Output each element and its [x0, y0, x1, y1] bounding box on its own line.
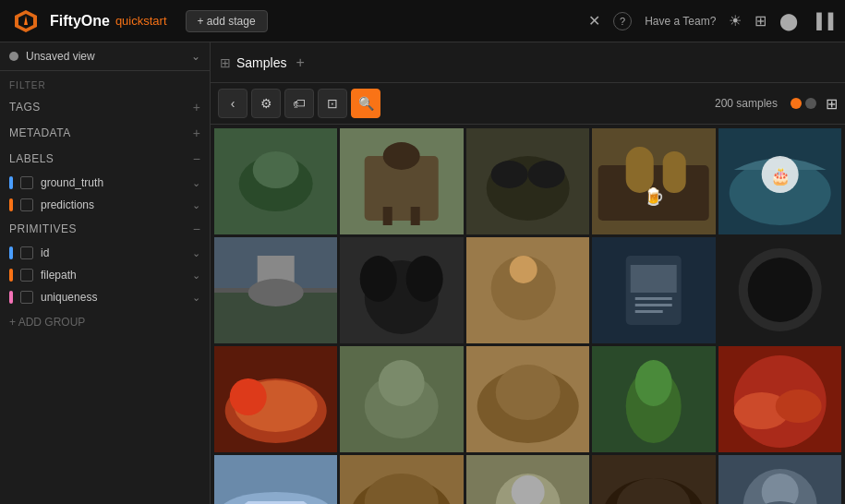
svg-rect-40: [631, 265, 677, 293]
grid-cell-20[interactable]: [718, 455, 841, 504]
add-tab-icon[interactable]: +: [296, 54, 304, 71]
grid-cell-2[interactable]: [340, 128, 463, 234]
add-group-button[interactable]: + ADD GROUP: [0, 308, 210, 336]
svg-point-63: [775, 390, 821, 423]
image-placeholder-8: [466, 237, 589, 343]
labels-collapse-icon[interactable]: −: [193, 151, 200, 166]
content-area: ⊞ Samples + ‹ ⚙ 🏷 ⊡ 🔍 200 samples: [211, 42, 845, 504]
sun-icon[interactable]: ☀: [729, 12, 742, 30]
labels-row[interactable]: LABELS −: [0, 146, 210, 172]
add-stage-button[interactable]: + add stage: [186, 10, 268, 32]
grid-cell-9[interactable]: [592, 237, 715, 343]
grid-cell-12[interactable]: [340, 346, 463, 452]
primitive-uniqueness[interactable]: uniqueness ⌄: [0, 286, 210, 308]
svg-point-50: [230, 378, 267, 415]
settings-button[interactable]: ⚙: [251, 89, 281, 118]
help-icon[interactable]: ?: [613, 12, 632, 30]
svg-point-33: [360, 256, 397, 302]
app-logo: [11, 6, 41, 36]
metadata-label: METADATA: [9, 126, 193, 139]
header-right: ✕ ? Have a Team? ☀ ⊞ ⬤ ▐▐: [588, 11, 834, 31]
back-icon: ‹: [231, 96, 235, 111]
tag-button[interactable]: 🏷: [284, 89, 314, 118]
filepath-checkbox[interactable]: [20, 269, 33, 282]
svg-point-5: [253, 151, 299, 188]
label-predictions[interactable]: predictions ⌄: [0, 194, 210, 216]
id-checkbox[interactable]: [20, 246, 33, 259]
svg-rect-41: [635, 297, 672, 300]
grid-cell-3[interactable]: [466, 128, 589, 234]
svg-point-30: [248, 279, 304, 306]
github-icon[interactable]: ⬤: [779, 11, 798, 31]
metadata-add-icon[interactable]: +: [193, 126, 200, 140]
label-ground-truth[interactable]: ground_truth ⌄: [0, 172, 210, 194]
primitive-filepath[interactable]: filepath ⌄: [0, 264, 210, 286]
svg-rect-10: [383, 207, 392, 225]
id-label: id: [41, 246, 192, 259]
toolbar: ‹ ⚙ 🏷 ⊡ 🔍 200 samples ⊞: [211, 83, 845, 125]
id-color: [9, 246, 13, 259]
close-icon[interactable]: ✕: [588, 12, 600, 30]
app-name: FiftyOne: [50, 13, 110, 30]
predictions-checkbox[interactable]: [20, 198, 33, 211]
grid-cell-5[interactable]: 🎂: [718, 128, 841, 234]
uniqueness-checkbox[interactable]: [20, 291, 33, 304]
grid-cell-17[interactable]: [340, 455, 463, 504]
svg-point-53: [379, 360, 425, 406]
samples-count: 200 samples: [715, 97, 778, 110]
filter-section-label: FILTER: [0, 71, 210, 94]
image-placeholder-1: [214, 128, 337, 234]
menu-icon[interactable]: ▐▐: [811, 13, 834, 30]
ground-truth-label: ground_truth: [41, 176, 192, 189]
layout-button[interactable]: ⊡: [318, 89, 347, 118]
grid-cell-19[interactable]: [592, 455, 715, 504]
filepath-chevron-icon: ⌄: [192, 270, 200, 282]
back-button[interactable]: ‹: [218, 89, 247, 118]
grid-cell-10[interactable]: [718, 237, 841, 343]
filepath-label: filepath: [41, 269, 192, 282]
app-header: FiftyOne quickstart + add stage ✕ ? Have…: [0, 0, 845, 42]
tags-row[interactable]: TAGS +: [0, 94, 210, 120]
view-dot: [9, 52, 18, 61]
grid-icon[interactable]: ⊞: [754, 12, 767, 30]
ground-truth-checkbox[interactable]: [20, 176, 33, 189]
ground-truth-color: [9, 176, 13, 189]
grid-cell-1[interactable]: [214, 128, 337, 234]
grid-cell-15[interactable]: [718, 346, 841, 452]
predictions-label: predictions: [41, 198, 192, 211]
grid-cell-4[interactable]: 🍺: [592, 128, 715, 234]
view-selector[interactable]: Unsaved view ⌄: [0, 42, 210, 71]
image-placeholder-9: [592, 237, 715, 343]
grid-cell-8[interactable]: [466, 237, 589, 343]
grid-cell-13[interactable]: [466, 346, 589, 452]
image-placeholder-20: [718, 455, 841, 504]
svg-point-46: [747, 258, 812, 322]
primitives-row[interactable]: PRIMITIVES −: [0, 216, 210, 242]
metadata-row[interactable]: METADATA +: [0, 120, 210, 146]
settings-icon: ⚙: [260, 96, 272, 111]
ground-truth-chevron-icon: ⌄: [192, 177, 200, 189]
svg-point-14: [490, 161, 527, 188]
svg-rect-19: [626, 147, 654, 193]
grid-cell-14[interactable]: [592, 346, 715, 452]
search-button[interactable]: 🔍: [351, 89, 380, 118]
tags-label: TAGS: [9, 101, 193, 114]
image-placeholder-6: [214, 237, 337, 343]
image-placeholder-5: 🎂: [718, 128, 841, 234]
grid-view-button[interactable]: ⊞: [826, 95, 838, 113]
search-icon: 🔍: [358, 96, 374, 111]
image-placeholder-19: [592, 455, 715, 504]
grid-cell-16[interactable]: [214, 455, 337, 504]
grid-cell-6[interactable]: [214, 237, 337, 343]
grid-cell-7[interactable]: [340, 237, 463, 343]
grid-cell-18[interactable]: [466, 455, 589, 504]
uniqueness-label: uniqueness: [41, 291, 192, 304]
tags-add-icon[interactable]: +: [193, 100, 200, 114]
samples-tab[interactable]: Samples: [236, 55, 286, 70]
speed-toggle[interactable]: [791, 98, 816, 109]
image-placeholder-3: [466, 128, 589, 234]
main-layout: Unsaved view ⌄ FILTER TAGS + METADATA + …: [0, 42, 845, 504]
primitive-id[interactable]: id ⌄: [0, 242, 210, 264]
primitives-collapse-icon[interactable]: −: [193, 222, 200, 236]
grid-cell-11[interactable]: [214, 346, 337, 452]
